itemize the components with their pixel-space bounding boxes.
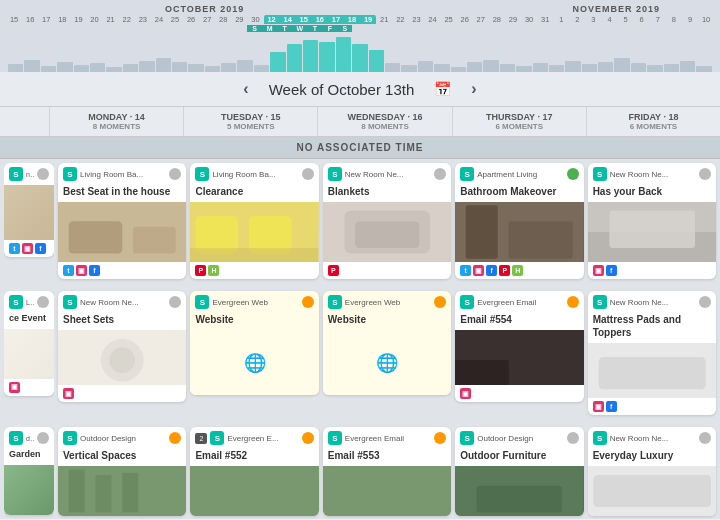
- svg-rect-25: [95, 475, 111, 512]
- card-header: 2 S Evergreen E...: [190, 427, 318, 449]
- channel-icon: S: [195, 167, 209, 181]
- tn-highlight: 18: [344, 15, 360, 24]
- card-title: Mattress Pads and Toppers: [588, 313, 716, 343]
- card-title: Website: [190, 313, 318, 330]
- card[interactable]: S Evergreen Web Website 🌐: [190, 291, 318, 395]
- cards-area: S n Ba... t ▣ f S Living Room Ba...: [0, 159, 720, 519]
- bar: [74, 65, 89, 72]
- card[interactable]: S n Ba... t ▣ f: [4, 163, 54, 257]
- channel-icon: S: [63, 167, 77, 181]
- card-header: S New Room Ne...: [58, 291, 186, 313]
- card-header: S Outdoor Design: [455, 427, 583, 449]
- channel-icon: S: [328, 295, 342, 309]
- card-status-dot: [567, 432, 579, 444]
- social-icons: ▣: [4, 379, 54, 396]
- card-header: S Evergreen Email: [323, 427, 451, 449]
- card-image: [323, 202, 451, 262]
- card[interactable]: S Outdoor Design Outdoor Furniture: [455, 427, 583, 516]
- card[interactable]: S Living Room Ba... Best Seat in the hou…: [58, 163, 186, 279]
- card-channel-name: New Room Ne...: [610, 434, 696, 443]
- tn: 15: [6, 15, 22, 24]
- card[interactable]: 2 S Evergreen E... Email #552: [190, 427, 318, 516]
- facebook-icon: f: [35, 243, 46, 254]
- partial-card-col-2: S Living ce Event ▣: [4, 291, 54, 400]
- moments-count: 8 MOMENTS: [320, 122, 449, 131]
- card-channel-name: Outdoor Design: [80, 434, 166, 443]
- channel-icon: S: [460, 167, 474, 181]
- calendar-icon[interactable]: 📅: [434, 81, 451, 97]
- card-image: [455, 466, 583, 516]
- channel-icon: S: [195, 295, 209, 309]
- tn-highlight: 14: [280, 15, 296, 24]
- bar: [614, 58, 629, 72]
- card[interactable]: S New Room Ne... Has your Back ▣ f: [588, 163, 716, 279]
- svg-rect-27: [190, 466, 318, 516]
- card[interactable]: S New Room Ne... Blankets P: [323, 163, 451, 279]
- card[interactable]: S Apartment Living Bathroom Makeover t ▣…: [455, 163, 583, 279]
- cards-row-3: S design Garden S Outdoor Design Vertica…: [0, 423, 720, 519]
- timeline-bars: [0, 32, 720, 72]
- prev-week-button[interactable]: ‹: [243, 80, 248, 98]
- tn: 5: [618, 15, 634, 24]
- card-col-tue-3: 2 S Evergreen E... Email #552: [190, 427, 318, 519]
- card-title: Email #554: [455, 313, 583, 330]
- facebook-icon: f: [486, 265, 497, 276]
- card[interactable]: S Evergreen Web Website 🌐: [323, 291, 451, 395]
- card-channel-name: design: [26, 435, 34, 442]
- week-navigator: ‹ Week of October 13th 📅 ›: [0, 72, 720, 107]
- card-col-tue-2: S Evergreen Web Website 🌐: [190, 291, 318, 399]
- bar: [516, 66, 531, 72]
- card[interactable]: S Outdoor Design Vertical Spaces: [58, 427, 186, 516]
- card[interactable]: S New Room Ne... Mattress Pads and Toppe…: [588, 291, 716, 415]
- tn: 9: [682, 15, 698, 24]
- card-col-tue: S Living Room Ba... Clearance P H: [190, 163, 318, 283]
- instagram-icon: ▣: [460, 388, 471, 399]
- channel-icon: S: [328, 431, 342, 445]
- card[interactable]: S Evergreen Email Email #553: [323, 427, 451, 516]
- card[interactable]: S Evergreen Email Email #554 ▣: [455, 291, 583, 402]
- moments-count: 5 MOMENTS: [186, 122, 315, 131]
- next-week-button[interactable]: ›: [471, 80, 476, 98]
- instagram-icon: ▣: [593, 265, 604, 276]
- tn: 21: [376, 15, 392, 24]
- bar: [664, 64, 679, 72]
- tn-highlight: 16: [312, 15, 328, 24]
- pinterest-icon: P: [328, 265, 339, 276]
- social-icons: t ▣ f: [4, 240, 54, 257]
- tn: 30: [521, 15, 537, 24]
- day-m: M: [262, 25, 277, 32]
- moments-count: 6 MOMENTS: [589, 122, 718, 131]
- bar: [57, 62, 72, 72]
- tn: 24: [151, 15, 167, 24]
- channel-icon: S: [328, 167, 342, 181]
- bar: [123, 64, 138, 72]
- svg-rect-26: [122, 473, 138, 513]
- svg-rect-2: [133, 227, 176, 254]
- tn: 28: [215, 15, 231, 24]
- card[interactable]: S Living ce Event ▣: [4, 291, 54, 396]
- bar: [205, 66, 220, 72]
- card[interactable]: S design Garden: [4, 427, 54, 515]
- facebook-icon: f: [606, 401, 617, 412]
- day-s2: S: [337, 25, 352, 32]
- day-header-thu: THURSDAY · 17 6 MOMENTS: [453, 107, 587, 136]
- svg-rect-9: [355, 221, 419, 248]
- card-title: Blankets: [323, 185, 451, 202]
- tn: 18: [54, 15, 70, 24]
- bar: [172, 62, 187, 72]
- card-status-dot: [699, 296, 711, 308]
- card[interactable]: S Living Room Ba... Clearance P H: [190, 163, 318, 279]
- card-title: Vertical Spaces: [58, 449, 186, 466]
- card-title: Website: [323, 313, 451, 330]
- day-label: WEDNESDAY · 16: [320, 112, 449, 122]
- card[interactable]: S New Room Ne... Sheet Sets ▣: [58, 291, 186, 402]
- tn: 10: [698, 15, 714, 24]
- card[interactable]: S New Room Ne... Everyday Luxury: [588, 427, 716, 516]
- bar-highlight: [319, 42, 334, 72]
- card-status-dot: [302, 296, 314, 308]
- card-title: Best Seat in the house: [58, 185, 186, 202]
- tn-highlight: 12: [264, 15, 280, 24]
- card-header: S Living: [4, 291, 54, 313]
- partial-card-col-3: S design Garden: [4, 427, 54, 519]
- bar: [565, 61, 580, 72]
